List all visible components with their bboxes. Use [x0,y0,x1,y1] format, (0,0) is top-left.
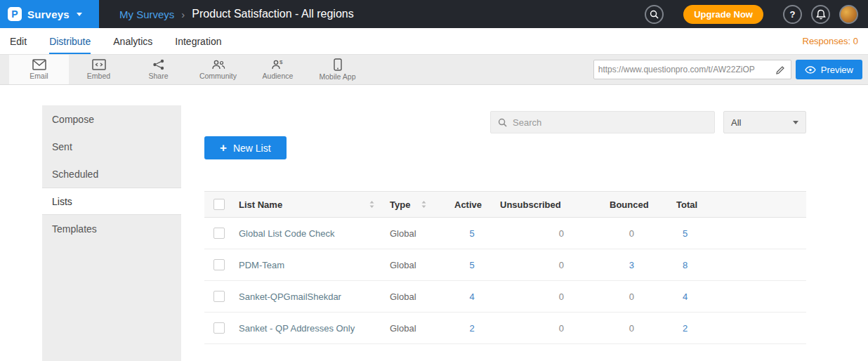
lists-panel: All + New List List Name Type Active Uns [204,105,806,344]
row-checkbox[interactable] [213,291,225,302]
total-count[interactable]: 4 [652,291,716,302]
list-type-filter-dropdown[interactable]: All [723,111,806,133]
toolbar-item-label: Embed [87,72,110,80]
filters-row: All [204,111,806,133]
content-area: Compose Sent Scheduled Lists Templates A… [0,105,868,361]
envelope-icon [32,59,46,70]
tab-distribute[interactable]: Distribute [49,28,91,54]
new-list-button[interactable]: + New List [204,136,287,159]
search-icon [498,118,507,127]
toolbar-item-label: Share [148,72,168,80]
tab-integration[interactable]: Integration [175,28,221,54]
table-row: Global List Code Check Global 5 0 0 5 [204,218,806,249]
bounced-count: 0 [575,323,652,334]
sidebar-item-templates[interactable]: Templates [42,215,181,242]
active-count[interactable]: 2 [447,323,497,334]
sort-icon[interactable] [368,200,376,209]
filter-selected-value: All [731,117,741,128]
breadcrumb-my-surveys-link[interactable]: My Surveys [119,8,174,20]
column-header-list-name[interactable]: List Name [230,199,380,210]
survey-url-input[interactable] [598,65,775,74]
preview-label: Preview [821,65,853,75]
chevron-down-icon [77,13,82,16]
upgrade-now-button[interactable]: Upgrade Now [683,5,763,24]
notifications-button[interactable] [811,5,830,24]
sidebar-item-scheduled[interactable]: Scheduled [42,160,181,188]
list-name-link[interactable]: Sanket-QPGmailShekdar [239,291,341,302]
column-header-unsubscribed: Unsubscribed [497,199,575,210]
responses-count[interactable]: Responses: 0 [803,36,859,46]
toolbar-right: Preview [593,60,862,79]
sidebar-item-sent[interactable]: Sent [42,133,181,160]
surveys-product-menu[interactable]: P Surveys [0,0,99,28]
mobile-phone-icon [334,58,342,71]
preview-button[interactable]: Preview [796,60,862,79]
share-icon [152,59,165,70]
bounced-count[interactable]: 3 [575,260,652,270]
email-sidebar: Compose Sent Scheduled Lists Templates [42,105,181,361]
breadcrumb-separator: › [181,8,185,20]
list-type: Global [390,228,416,239]
tab-analytics[interactable]: Analytics [113,28,152,54]
toolbar-item-label: Email [29,72,48,80]
unsubscribed-count: 0 [497,228,575,239]
new-list-label: New List [233,143,271,154]
column-header-active: Active [447,199,497,210]
search-button[interactable] [645,5,664,24]
sort-icon[interactable] [420,200,428,209]
toolbar-item-label: Mobile App [320,72,356,81]
toolbar-item-share[interactable]: Share [129,55,188,84]
list-name-link[interactable]: Sanket - QP Addresses Only [239,323,355,334]
total-count[interactable]: 2 [652,323,716,334]
list-name-link[interactable]: PDM-Team [239,260,284,270]
embed-code-icon [92,59,106,70]
pencil-icon [776,65,785,74]
help-button[interactable]: ? [783,5,802,24]
total-count[interactable]: 5 [652,228,716,239]
bounced-count: 0 [575,228,652,239]
audience-icon: $ [271,59,285,70]
sidebar-item-lists[interactable]: Lists [42,188,181,215]
toolbar-item-audience[interactable]: $ Audience [248,55,308,84]
unsubscribed-count: 0 [497,323,575,334]
row-checkbox[interactable] [213,322,225,334]
tab-edit[interactable]: Edit [10,28,27,54]
sidebar-item-compose[interactable]: Compose [42,105,181,133]
active-count[interactable]: 4 [447,291,497,302]
top-bar: P Surveys My Surveys › Product Satisfact… [0,0,868,28]
select-all-checkbox[interactable] [213,199,225,210]
lists-table: List Name Type Active Unsubscribed Bounc… [204,191,806,344]
question-mark-icon: ? [790,9,796,20]
toolbar-item-label: Audience [263,72,294,80]
survey-nav: Edit Distribute Analytics Integration Re… [0,28,868,55]
toolbar-item-community[interactable]: Community [188,55,248,84]
active-count[interactable]: 5 [447,260,497,270]
column-header-total: Total [652,199,716,210]
column-header-type[interactable]: Type [380,199,447,210]
row-checkbox[interactable] [213,259,225,270]
eye-icon [805,66,816,74]
search-icon [650,10,659,19]
svg-text:$: $ [280,59,283,65]
toolbar-item-email[interactable]: Email [9,55,69,84]
column-header-bounced: Bounced [575,199,652,210]
toolbar-item-label: Community [199,72,237,80]
plus-icon: + [220,142,227,154]
user-avatar[interactable] [839,5,858,24]
unsubscribed-count: 0 [497,291,575,302]
list-type: Global [390,260,416,270]
list-type: Global [390,291,416,302]
list-search-input[interactable] [513,117,707,128]
distribute-toolbar: Email Embed Share Community $ Audience M… [0,55,868,85]
toolbar-item-embed[interactable]: Embed [69,55,129,84]
row-checkbox[interactable] [213,228,225,239]
list-type: Global [390,323,416,334]
list-name-link[interactable]: Global List Code Check [239,228,335,239]
page-title: Product Satisfaction - All regions [192,8,353,20]
total-count[interactable]: 8 [652,260,716,270]
table-row: PDM-Team Global 5 0 3 8 [204,249,806,281]
edit-url-button[interactable] [775,64,787,76]
active-count[interactable]: 5 [447,228,497,239]
toolbar-item-mobile-app[interactable]: Mobile App [308,55,367,84]
breadcrumb: My Surveys › Product Satisfaction - All … [119,8,354,20]
